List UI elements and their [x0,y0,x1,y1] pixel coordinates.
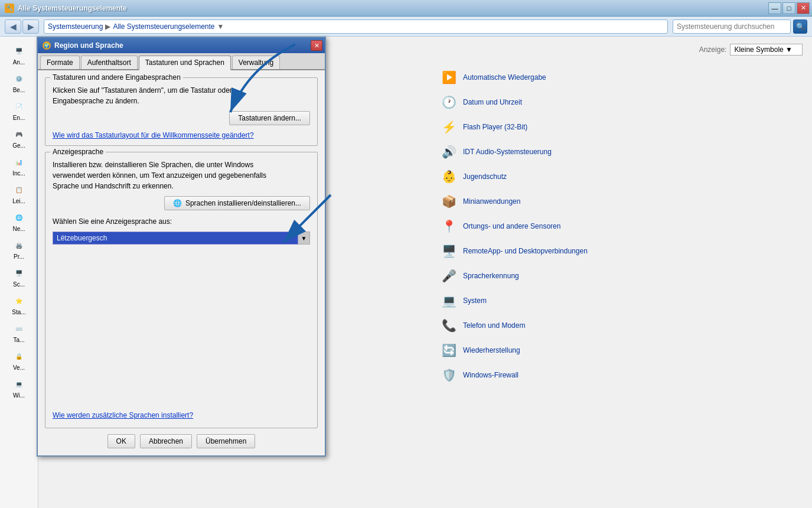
search-input[interactable] [673,19,791,34]
sidebar-item-ve[interactable]: 🔒 Ve... [2,347,35,373]
search-bar: 🔍 [673,19,807,34]
sidebar: 🖥️ An... ⚙️ Be... 📄 En... 🎮 Ge... 📊 Inc.… [0,37,38,508]
cp-item-jugend[interactable]: 👶 Jugendschutz [437,164,803,189]
sidebar-icon: 🔒 [12,349,26,363]
cp-item-sprach[interactable]: 🎤 Spracherkennung [437,263,803,288]
maximize-button[interactable]: □ [782,2,795,14]
sidebar-item-pr[interactable]: 🖨️ Pr... [2,236,35,262]
sprachen-installieren-button[interactable]: 🌐 Sprachen installieren/deinstallieren..… [164,196,310,210]
cp-item-datum[interactable]: 🕐 Datum und Uhrzeit [437,90,803,115]
ortung-icon: 📍 [439,217,458,236]
cp-item-remote[interactable]: 🖥️ RemoteApp- und Desktopverbindungen [437,239,803,263]
firewall-icon: 🛡️ [439,366,458,385]
anzeigesprache-prompt: Wählen Sie eine Anzeigesprache aus: [53,217,172,226]
tab-verwaltung[interactable]: Verwaltung [232,56,280,69]
cp-item-mini[interactable]: 📦 Minianwendungen [437,189,803,214]
wieder-icon: 🔄 [439,341,458,360]
sidebar-item-ne[interactable]: 🌐 Ne... [2,208,35,235]
cp-item-telefon[interactable]: 📞 Telefon und Modem [437,313,803,338]
window-controls: — □ ✕ [768,2,810,14]
install-icon: 🌐 [173,199,182,207]
tastaturen-aendern-button[interactable]: Tastaturen ändern... [229,111,310,125]
dialog-titlebar: 🌍 Region und Sprache ✕ [38,38,325,53]
tab-formate[interactable]: Formate [40,56,80,69]
window-title: Alle Systemsteuerungselemente [18,4,127,12]
apply-button[interactable]: Übernehmen [197,434,255,448]
tastaturlayout-link[interactable]: Wie wird das Tastaturlayout für die Will… [53,131,254,139]
group-tastaturen-title: Tastaturen und andere Eingabesprachen [50,73,183,82]
tab-aufenthaltsort[interactable]: Aufenthaltsort [81,56,138,69]
cp-item-wieder[interactable]: 🔄 Wiederherstellung [437,338,803,363]
dialog-close-button[interactable]: ✕ [311,40,322,51]
sidebar-icon: 📋 [12,183,26,197]
dialog-title: Region und Sprache [54,41,123,50]
sidebar-item-sta[interactable]: ⭐ Sta... [2,291,35,318]
dialog-overlay: 🌍 Region und Sprache ✕ Formate Aufenthal… [37,37,326,457]
group-tastaturen-desc: Klicken Sie auf "Tastaturen ändern", um … [53,85,310,106]
search-button[interactable]: 🔍 [793,19,807,34]
flash-icon: ⚡ [439,118,458,136]
breadcrumb: Systemsteuerung ▶ Alle Systemsteuerungse… [44,19,668,34]
sidebar-icon: 📄 [12,99,26,113]
sidebar-icon: 💻 [12,377,26,391]
telefon-icon: 📞 [439,316,458,335]
cp-item-automatische[interactable]: ▶️ Automatische Wiedergabe [437,65,803,90]
minimize-button[interactable]: — [768,2,781,14]
region-sprache-dialog: 🌍 Region und Sprache ✕ Formate Aufenthal… [37,37,326,457]
cp-item-flash[interactable]: ⚡ Flash Player (32-Bit) [437,115,803,139]
tab-bar: Formate Aufenthaltsort Tastaturen und Sp… [38,53,325,70]
tab-tastaturen[interactable]: Tastaturen und Sprachen [139,56,231,70]
sprachen-installieren-link[interactable]: Wie werden zusätzliche Sprachen installi… [53,411,193,419]
title-bar: 🔧 Alle Systemsteuerungselemente — □ ✕ [0,0,812,17]
sidebar-item-be[interactable]: ⚙️ Be... [2,69,35,96]
sidebar-item-ta[interactable]: ⌨️ Ta... [2,319,35,346]
app-icon: 🔧 [5,4,14,13]
ok-button[interactable]: OK [107,434,135,448]
cp-item-ortung[interactable]: 📍 Ortungs- und andere Sensoren [437,214,803,239]
dialog-icon: 🌍 [43,41,51,50]
breadcrumb-item-2[interactable]: Alle Systemsteuerungselemente [113,22,214,31]
sidebar-item-wi[interactable]: 💻 Wi... [2,375,35,401]
sidebar-item-ge[interactable]: 🎮 Ge... [2,125,35,151]
group-anzeigesprache: Anzeigesprache Installieren bzw. deinsta… [45,152,318,428]
language-select[interactable]: Lëtzebuergesch [53,232,298,245]
cp-item-system[interactable]: 💻 System [437,288,803,313]
group-tastaturen: Tastaturen und andere Eingabesprachen Kl… [45,77,318,146]
language-dropdown-arrow[interactable]: ▼ [298,232,310,245]
sidebar-icon: 🖥️ [12,44,26,58]
sidebar-icon: 🖥️ [12,266,26,280]
system-icon: 💻 [439,291,458,310]
sidebar-icon: 🌐 [12,210,26,224]
forward-button[interactable]: ▶ [22,19,39,34]
mini-icon: 📦 [439,192,458,211]
back-button[interactable]: ◀ [5,19,21,34]
breadcrumb-item-1[interactable]: Systemsteuerung [48,22,103,31]
sidebar-item-lei[interactable]: 📋 Lei... [2,180,35,207]
sidebar-item-anzeige[interactable]: 🖥️ An... [2,41,35,68]
remote-icon: 🖥️ [439,242,458,260]
cp-item-idt[interactable]: 🔊 IDT Audio-Systemsteuerung [437,139,803,164]
jugend-icon: 👶 [439,167,458,186]
sidebar-icon: ⚙️ [12,71,26,86]
view-dropdown[interactable]: Kleine Symbole ▼ [730,44,803,56]
view-label: Anzeige: [699,45,727,54]
datum-icon: 🕐 [439,93,458,112]
dialog-content: Tastaturen und andere Eingabesprachen Kl… [38,70,325,455]
close-button[interactable]: ✕ [797,2,810,14]
sprach-icon: 🎤 [439,266,458,285]
sidebar-icon: 🎮 [12,127,26,141]
automatische-icon: ▶️ [439,68,458,87]
group-anzeigesprache-desc: Installieren bzw. deinstallieren Sie Spr… [53,159,310,191]
sidebar-item-en[interactable]: 📄 En... [2,97,35,123]
cancel-button[interactable]: Abbrechen [140,434,192,448]
sidebar-item-sc[interactable]: 🖥️ Sc... [2,263,35,290]
address-bar: ◀ ▶ Systemsteuerung ▶ Alle Systemsteueru… [0,17,812,37]
view-selector: Anzeige: Kleine Symbole ▼ [699,44,803,56]
sidebar-item-inc[interactable]: 📊 Inc... [2,152,35,179]
idt-icon: 🔊 [439,142,458,161]
dialog-buttons: OK Abbrechen Übernehmen [45,434,318,448]
sidebar-icon: ⌨️ [12,321,26,336]
sidebar-icon: 🖨️ [12,238,26,252]
sidebar-icon: ⭐ [12,294,26,308]
cp-item-firewall[interactable]: 🛡️ Windows-Firewall [437,363,803,387]
